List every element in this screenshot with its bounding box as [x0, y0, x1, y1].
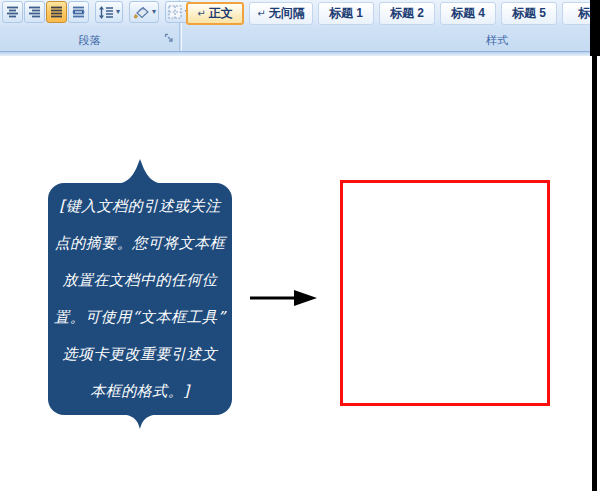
- align-center-icon: [6, 6, 19, 18]
- pullquote-top-spike: [118, 159, 162, 184]
- style-chip-normal[interactable]: ↵ 正文: [186, 2, 244, 25]
- pullquote-line: [键入文档的引述或关注: [48, 188, 232, 225]
- style-chip-label: 标题 2: [390, 5, 424, 22]
- right-arrow-icon: [249, 288, 319, 308]
- paragraph-mark-icon: ↵: [197, 8, 205, 19]
- style-chip-heading5[interactable]: 标题 5: [501, 2, 557, 25]
- styles-group-label-text: 样式: [486, 34, 508, 46]
- distribute-button[interactable]: [68, 1, 89, 23]
- borders-grid-icon: [168, 5, 183, 19]
- style-chip-label: 标题 5: [512, 5, 546, 22]
- align-center-button[interactable]: [2, 1, 23, 23]
- chevron-down-icon: ▾: [116, 8, 120, 16]
- paragraph-mark-icon: ↵: [257, 8, 265, 19]
- paragraph-group-label: 段落: [0, 33, 179, 48]
- distribute-icon: [72, 6, 85, 18]
- style-chip-heading1[interactable]: 标题 1: [318, 2, 374, 25]
- paragraph-group: ▾ ▾ ▾: [0, 0, 179, 51]
- style-gallery: ↵ 正文 ↵ 无间隔 标题 1 标题 2 标题 4 标题 5: [186, 2, 591, 25]
- styles-group: ↵ 正文 ↵ 无间隔 标题 1 标题 2 标题 4 标题 5: [182, 0, 591, 51]
- word-window: ▾ ▾ ▾: [0, 0, 600, 491]
- paragraph-group-label-text: 段落: [79, 34, 101, 46]
- style-chip-no-spacing[interactable]: ↵ 无间隔: [249, 2, 313, 25]
- paragraph-buttons: ▾ ▾ ▾: [2, 1, 192, 23]
- document-canvas[interactable]: [键入文档的引述或关注 点的摘要。您可将文本框 放置在文档中的任何位 置。可使用…: [0, 56, 591, 491]
- style-chip-label: 标题 4: [451, 5, 485, 22]
- pullquote-line: 选项卡更改重要引述文: [48, 336, 232, 373]
- style-chip-label: 正文: [209, 5, 233, 22]
- line-spacing-button[interactable]: ▾: [95, 1, 123, 23]
- justify-icon: [50, 6, 63, 18]
- shading-bucket-icon: [132, 5, 150, 19]
- right-edge-strip: [592, 56, 597, 491]
- style-chip-heading4[interactable]: 标题 4: [440, 2, 496, 25]
- paragraph-dialog-launcher[interactable]: [164, 29, 174, 47]
- line-spacing-icon: [98, 6, 114, 19]
- pullquote-line: 点的摘要。您可将文本框: [48, 225, 232, 262]
- align-right-button[interactable]: [24, 1, 45, 23]
- align-right-icon: [28, 6, 41, 18]
- pullquote-bottom-spike: [122, 414, 158, 429]
- right-edge-strip-top: [590, 0, 600, 56]
- style-chip-heading-partial[interactable]: 标题: [562, 2, 591, 25]
- styles-group-label: 样式: [467, 33, 527, 48]
- pullquote-line: 置。可使用“文本框工具”: [48, 299, 232, 336]
- style-chip-heading2[interactable]: 标题 2: [379, 2, 435, 25]
- shading-button[interactable]: ▾: [129, 1, 159, 23]
- style-chip-label: 无间隔: [269, 5, 305, 22]
- ribbon: ▾ ▾ ▾: [0, 0, 591, 51]
- chevron-down-icon: ▾: [152, 8, 156, 16]
- justify-button[interactable]: [46, 1, 67, 23]
- pullquote-textbox[interactable]: [键入文档的引述或关注 点的摘要。您可将文本框 放置在文档中的任何位 置。可使用…: [48, 183, 232, 415]
- pullquote-line: 本框的格式。]: [48, 373, 232, 410]
- pullquote-line: 放置在文档中的任何位: [48, 262, 232, 299]
- dialog-launcher-icon: [164, 33, 174, 43]
- red-rectangle[interactable]: [340, 180, 550, 406]
- style-chip-label: 标题 1: [329, 5, 363, 22]
